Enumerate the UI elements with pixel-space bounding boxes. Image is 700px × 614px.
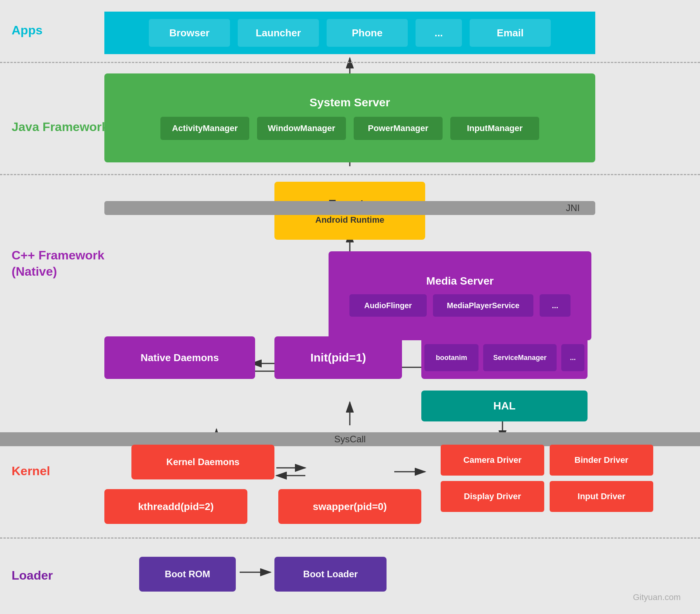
camera-driver: Camera Driver <box>441 445 544 476</box>
watermark: Gityuan.com <box>633 592 681 602</box>
service-manager: ServiceManager <box>483 344 557 371</box>
swapper-box: swapper(pid=0) <box>278 489 421 524</box>
native-daemons-box: Native Daemons <box>104 336 255 379</box>
binder-driver: Binder Driver <box>550 445 653 476</box>
jni-label: JNI <box>566 203 580 213</box>
jni-bar: JNI <box>104 201 595 215</box>
media-server-container: Media Server AudioFlinger MediaPlayerSer… <box>329 251 591 340</box>
right-cluster: bootanim ServiceManager ... <box>421 336 588 379</box>
power-manager: PowerManager <box>354 117 443 140</box>
apps-phone: Phone <box>327 19 408 47</box>
input-driver: Input Driver <box>550 481 653 512</box>
syscall-bar: SysCall <box>0 432 700 446</box>
apps-container: Browser Launcher Phone ... Email <box>104 12 595 54</box>
apps-email: Email <box>470 19 551 47</box>
kthreadd-box: kthreadd(pid=2) <box>104 489 247 524</box>
audio-flinger: AudioFlinger <box>349 294 427 317</box>
window-manager: WindowManager <box>257 117 346 140</box>
boot-loader: Boot Loader <box>274 557 387 592</box>
activity-manager: ActivityManager <box>160 117 249 140</box>
display-driver: Display Driver <box>441 481 544 512</box>
dashed-line-1 <box>0 62 700 63</box>
apps-browser: Browser <box>149 19 230 47</box>
hal-box: HAL <box>421 391 588 421</box>
boot-rom: Boot ROM <box>139 557 236 592</box>
init-box: Init(pid=1) <box>274 336 402 379</box>
system-server-container: System Server ActivityManager WindowMana… <box>104 73 595 162</box>
java-framework-label: Java Framework <box>12 120 109 134</box>
media-player-service: MediaPlayerService <box>433 294 533 317</box>
drivers-grid: Camera Driver Binder Driver Display Driv… <box>441 445 653 512</box>
kernel-label: Kernel <box>12 464 50 478</box>
syscall-label: SysCall <box>334 434 366 445</box>
cpp-framework-label: C++ Framework(Native) <box>12 247 104 280</box>
input-manager: InputManager <box>450 117 539 140</box>
right-dots: ... <box>561 344 584 371</box>
kernel-daemons: Kernel Daemons <box>131 445 274 479</box>
bootanim: bootanim <box>424 344 479 371</box>
loader-label: Loader <box>12 568 53 583</box>
android-runtime: Android Runtime <box>315 215 384 225</box>
apps-launcher: Launcher <box>238 19 319 47</box>
media-dots: ... <box>540 294 571 317</box>
dashed-line-4 <box>0 537 700 539</box>
apps-dots: ... <box>416 19 462 47</box>
dashed-line-2 <box>0 174 700 175</box>
apps-label: Apps <box>12 23 43 38</box>
media-server-title: Media Server <box>426 275 494 287</box>
system-server-title: System Server <box>310 96 390 109</box>
